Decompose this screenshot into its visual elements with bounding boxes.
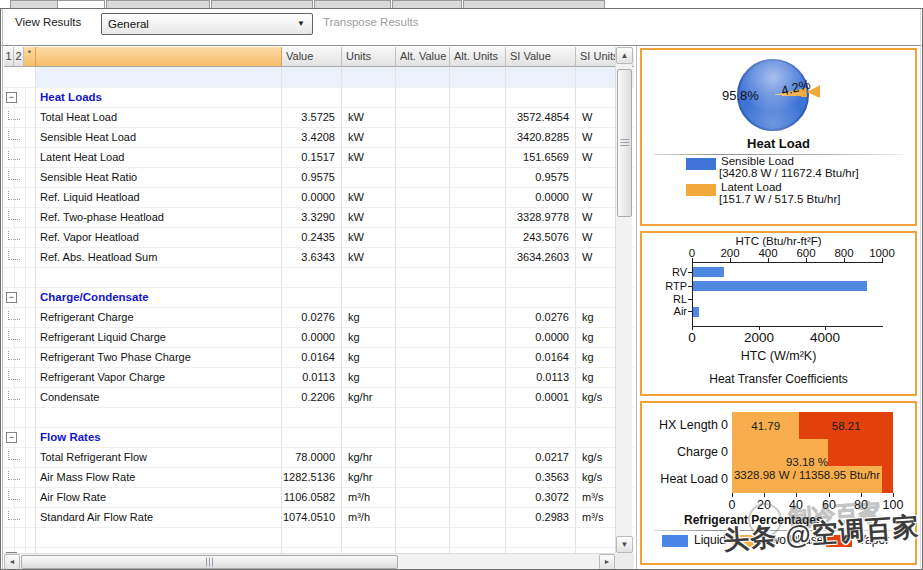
transpose-results-label[interactable]: Transpose Results bbox=[323, 16, 418, 28]
table-row[interactable]: Total Refrigerant Flow78.0000kg/hr0.0217… bbox=[4, 448, 634, 468]
tab-sliver[interactable] bbox=[211, 0, 313, 8]
header-col-alt-value[interactable]: Alt. Value bbox=[396, 47, 450, 67]
vertical-scrollbar[interactable]: ▲ ▼ bbox=[615, 47, 632, 553]
tab-sliver[interactable] bbox=[392, 0, 462, 8]
tab-sliver-active[interactable] bbox=[57, 0, 105, 8]
scroll-down-button[interactable]: ▼ bbox=[616, 536, 633, 553]
table-row[interactable]: Air Flow Rate1106.0582m³/h0.3072m³/s bbox=[4, 488, 634, 508]
liquid-zero-label: 0 bbox=[721, 445, 728, 459]
cell bbox=[450, 268, 506, 288]
collapse-minus-icon[interactable]: − bbox=[6, 292, 17, 303]
tab-strip bbox=[0, 0, 923, 8]
alt-value-cell bbox=[396, 368, 450, 388]
alt-units-cell bbox=[450, 148, 506, 168]
table-row[interactable]: Ref. Abs. Heatload Sum3.6343kW3634.2603W bbox=[4, 248, 634, 268]
row-name: Refrigerant Two Phase Charge bbox=[36, 348, 282, 368]
vertical-scroll-thumb[interactable] bbox=[617, 69, 632, 217]
tree-branch-icon bbox=[8, 371, 20, 380]
section-title: Heat Loads bbox=[36, 88, 282, 108]
units-cell: kg bbox=[342, 328, 396, 348]
alt-units-cell bbox=[450, 348, 506, 368]
tab-sliver[interactable] bbox=[106, 0, 210, 8]
cell bbox=[342, 288, 396, 308]
value-cell: 1074.0510 bbox=[282, 508, 342, 528]
units-cell: m³/h bbox=[342, 508, 396, 528]
table-row[interactable]: Air Mass Flow Rate1282.5136kg/hr0.3563kg… bbox=[4, 468, 634, 488]
collapse-minus-icon[interactable]: − bbox=[6, 92, 17, 103]
table-row[interactable]: Latent Heat Load0.1517kW151.6569W bbox=[4, 148, 634, 168]
liquid-zero-label: 0 bbox=[721, 418, 728, 432]
table-row[interactable]: Ref. Two-phase Heatload3.3290kW3328.9778… bbox=[4, 208, 634, 228]
header-col-1[interactable]: 1 bbox=[4, 47, 14, 67]
tick-mark bbox=[893, 493, 894, 497]
table-row[interactable]: Refrigerant Vapor Charge0.0113kg0.0113kg bbox=[4, 368, 634, 388]
header-col-alt-units[interactable]: Alt. Units bbox=[450, 47, 506, 67]
table-row[interactable]: Refrigerant Two Phase Charge0.0164kg0.01… bbox=[4, 348, 634, 368]
header-col-value[interactable]: Value bbox=[282, 47, 342, 67]
si-value-cell: 3328.9778 bbox=[506, 208, 576, 228]
row-name: Refrigerant Charge bbox=[36, 308, 282, 328]
alt-units-cell bbox=[450, 108, 506, 128]
htc-bottom-axis-line bbox=[692, 326, 883, 327]
units-cell: kg/hr bbox=[342, 468, 396, 488]
alt-units-cell bbox=[450, 388, 506, 408]
alt-value-cell bbox=[396, 208, 450, 228]
section-row[interactable]: −Charge/Condensate bbox=[4, 288, 634, 308]
scroll-left-icon: ◄ bbox=[9, 558, 16, 565]
units-cell bbox=[342, 168, 396, 188]
units-cell: kW bbox=[342, 108, 396, 128]
alt-value-cell bbox=[396, 168, 450, 188]
thumb-grip-icon bbox=[206, 558, 214, 567]
collapse-cell: − bbox=[4, 88, 36, 108]
header-col-2[interactable]: 2 bbox=[14, 47, 24, 67]
htc-bar-air bbox=[693, 307, 699, 317]
cell bbox=[342, 88, 396, 108]
row-name: Air Mass Flow Rate bbox=[36, 468, 282, 488]
filter-row[interactable] bbox=[4, 67, 634, 88]
header-col-star[interactable]: * bbox=[24, 47, 36, 67]
pie-label-sensible: 95.8% bbox=[722, 88, 759, 103]
table-row[interactable]: Condensate0.2206kg/hr0.0001kg/s bbox=[4, 388, 634, 408]
cell bbox=[450, 88, 506, 108]
table-row[interactable]: Sensible Heat Ratio0.95750.9575 bbox=[4, 168, 634, 188]
scroll-up-button[interactable]: ▲ bbox=[616, 47, 633, 64]
htc-category-air: Air bbox=[642, 305, 687, 317]
htc-bottom-tick: 4000 bbox=[810, 330, 840, 345]
table-row[interactable]: Sensible Heat Load3.4208kW3420.8285W bbox=[4, 128, 634, 148]
horizontal-scrollbar[interactable]: ◄ ► bbox=[4, 553, 615, 569]
tree-cell bbox=[4, 128, 36, 148]
table-row[interactable]: Refrigerant Charge0.0276kg0.0276kg bbox=[4, 308, 634, 328]
scroll-right-icon: ► bbox=[604, 558, 611, 565]
header-col-name[interactable] bbox=[36, 47, 282, 67]
horizontal-scroll-thumb[interactable] bbox=[21, 555, 398, 569]
results-type-dropdown[interactable]: General ▼ bbox=[101, 13, 313, 35]
tab-sliver[interactable] bbox=[314, 0, 391, 8]
collapse-minus-icon[interactable]: − bbox=[6, 432, 17, 443]
section-row[interactable]: −Heat Loads bbox=[4, 88, 634, 108]
alt-units-cell bbox=[450, 208, 506, 228]
segment-value: 41.79 bbox=[751, 420, 780, 432]
tree-branch-icon bbox=[8, 191, 20, 200]
table-row[interactable]: Ref. Vapor Heatload0.2435kW243.5076W bbox=[4, 228, 634, 248]
tab-sliver[interactable] bbox=[463, 0, 605, 8]
tick-mark bbox=[796, 493, 797, 497]
htc-category-rv: RV bbox=[642, 266, 687, 278]
scroll-left-button[interactable]: ◄ bbox=[4, 554, 20, 570]
si-value-cell: 0.9575 bbox=[506, 168, 576, 188]
results-toolbar: View Results General ▼ Transpose Results bbox=[1, 9, 922, 46]
header-col-units[interactable]: Units bbox=[342, 47, 396, 67]
tree-cell bbox=[4, 108, 36, 128]
table-row[interactable]: Total Heat Load3.5725kW3572.4854W bbox=[4, 108, 634, 128]
tree-cell bbox=[4, 468, 36, 488]
section-row[interactable]: −Flow Rates bbox=[4, 428, 634, 448]
alt-value-cell bbox=[396, 148, 450, 168]
table-row[interactable]: Ref. Liquid Heatload0.0000kW0.0000W bbox=[4, 188, 634, 208]
scroll-right-button[interactable]: ► bbox=[599, 554, 615, 570]
header-col-si-value[interactable]: SI Value bbox=[506, 47, 576, 67]
row-marker-cell bbox=[4, 408, 36, 428]
tab-sliver[interactable] bbox=[10, 0, 58, 8]
table-row[interactable]: Refrigerant Liquid Charge0.0000kg0.0000k… bbox=[4, 328, 634, 348]
htc-chart-title: Heat Transfer Coefficients bbox=[642, 372, 915, 386]
spacer-row bbox=[4, 268, 634, 288]
table-row[interactable]: Standard Air Flow Rate1074.0510m³/h0.298… bbox=[4, 508, 634, 528]
